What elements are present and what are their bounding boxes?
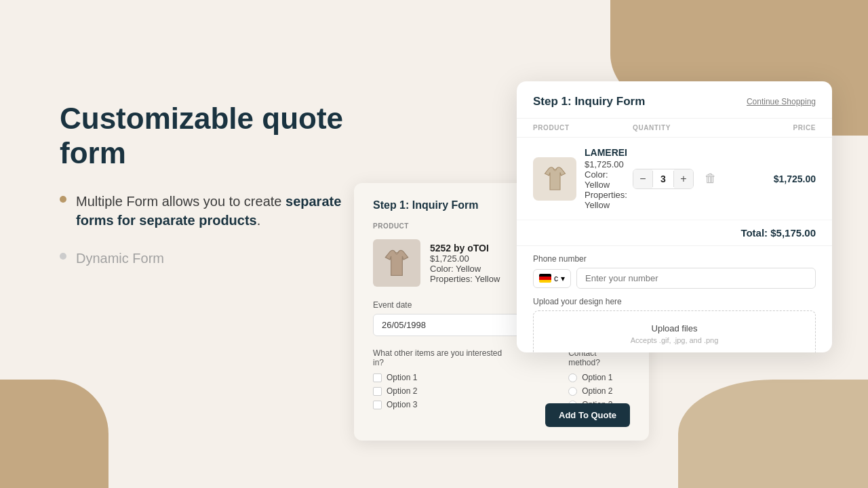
back-card-product-price: $1,725.00 bbox=[430, 253, 500, 264]
back-card-product-info: 5252 by oTOI $1,725.00 Color: Yellow Pro… bbox=[430, 243, 500, 284]
radio-item-2[interactable]: Option 2 bbox=[568, 386, 630, 396]
back-card-product-properties: Properties: Yellow bbox=[430, 274, 500, 284]
total-row: Total: $5,175.00 bbox=[517, 220, 832, 246]
continue-shopping-link[interactable]: Continue Shopping bbox=[747, 97, 816, 106]
qty-decrease-button[interactable]: − bbox=[633, 169, 652, 188]
product-cell: LAMEREI $1,725.00 Color: Yellow Properti… bbox=[533, 147, 633, 210]
checkbox-label-1: Option 1 bbox=[387, 373, 417, 382]
back-card-add-to-quote-button[interactable]: Add To Quote bbox=[545, 403, 630, 427]
bold-text-1: separate forms for separate products bbox=[76, 194, 341, 228]
table-header: PRODUCT QUANTITY PRICE bbox=[517, 119, 832, 138]
bg-blob-bottom-left bbox=[0, 380, 108, 488]
qty-increase-button[interactable]: + bbox=[674, 169, 693, 188]
total-label: Total: $5,175.00 bbox=[741, 227, 816, 239]
feature-list: Multiple Form allows you to create separ… bbox=[60, 192, 358, 268]
back-card-product-color: Color: Yellow bbox=[430, 264, 500, 274]
phone-section: Phone number c ▾ bbox=[517, 246, 832, 294]
front-card: Step 1: Inquiry Form Continue Shopping P… bbox=[517, 81, 832, 352]
delete-product-button[interactable]: 🗑 bbox=[705, 171, 717, 186]
front-card-title: Step 1: Inquiry Form bbox=[533, 95, 645, 108]
checkbox-item-2[interactable]: Option 2 bbox=[373, 386, 514, 396]
quantity-cell: − 3 + 🗑 bbox=[633, 169, 755, 189]
checkbox-1[interactable] bbox=[373, 373, 382, 382]
radio-2[interactable] bbox=[568, 387, 577, 396]
upload-dropzone[interactable]: Upload files Accepts .gif, .jpg, and .pn… bbox=[533, 310, 816, 352]
quantity-control: − 3 + bbox=[633, 169, 694, 189]
feature-text-2: Dynamic Form bbox=[76, 249, 164, 268]
phone-flag-selector[interactable]: c ▾ bbox=[533, 269, 571, 288]
table-row: LAMEREI $1,725.00 Color: Yellow Properti… bbox=[517, 138, 832, 220]
left-content: Customizable quote form Multiple Form al… bbox=[60, 102, 358, 287]
feature-item-2: Dynamic Form bbox=[60, 249, 358, 268]
phone-input-row: c ▾ bbox=[533, 268, 816, 289]
front-card-header: Step 1: Inquiry Form Continue Shopping bbox=[517, 81, 832, 119]
col-price: PRICE bbox=[755, 124, 816, 131]
checkbox-2[interactable] bbox=[373, 387, 382, 396]
product-color: Color: Yellow bbox=[585, 169, 633, 190]
feature-item-1: Multiple Form allows you to create separ… bbox=[60, 192, 358, 230]
checkbox-item-1[interactable]: Option 1 bbox=[373, 373, 514, 382]
radio-label-1: Option 1 bbox=[582, 373, 612, 382]
flag-de-icon bbox=[539, 274, 551, 283]
checkbox-label-2: Option 2 bbox=[387, 386, 417, 396]
qty-value: 3 bbox=[652, 171, 674, 187]
product-thumbnail bbox=[533, 157, 576, 201]
col-product: PRODUCT bbox=[533, 124, 633, 131]
feature-text-1: Multiple Form allows you to create separ… bbox=[76, 192, 358, 230]
back-card-product-image bbox=[373, 239, 420, 287]
page-heading: Customizable quote form bbox=[60, 102, 358, 170]
price-cell: $1,725.00 bbox=[755, 174, 816, 184]
checkbox-group: What other items are you interested in? … bbox=[373, 348, 514, 413]
checkbox-3[interactable] bbox=[373, 401, 382, 409]
checkbox-item-3[interactable]: Option 3 bbox=[373, 400, 514, 409]
phone-label: Phone number bbox=[533, 254, 816, 264]
checkbox-group-title: What other items are you interested in? bbox=[373, 348, 514, 367]
product-name: LAMEREI bbox=[585, 147, 633, 158]
col-quantity: QUANTITY bbox=[633, 124, 755, 131]
bullet-dot-2 bbox=[60, 253, 66, 260]
radio-item-1[interactable]: Option 1 bbox=[568, 373, 630, 382]
chevron-down-icon: ▾ bbox=[561, 274, 565, 283]
phone-number-input[interactable] bbox=[576, 268, 816, 289]
bullet-dot-1 bbox=[60, 196, 66, 203]
radio-label-2: Option 2 bbox=[582, 386, 612, 396]
upload-label: Upload your design here bbox=[533, 297, 816, 306]
product-price: $1,725.00 bbox=[585, 159, 633, 169]
product-properties: Properties: Yellow bbox=[585, 190, 633, 210]
back-card-product-name: 5252 by oTOI bbox=[430, 243, 500, 253]
product-details: LAMEREI $1,725.00 Color: Yellow Properti… bbox=[585, 147, 633, 210]
checkbox-label-3: Option 3 bbox=[387, 400, 417, 409]
event-date-value: 26/05/1998 bbox=[382, 320, 426, 330]
country-code: c bbox=[554, 274, 558, 283]
upload-section: Upload your design here Upload files Acc… bbox=[517, 294, 832, 352]
radio-1[interactable] bbox=[568, 373, 577, 382]
upload-accepts-text: Accepts .gif, .jpg, and .png bbox=[546, 336, 803, 344]
bg-blob-bottom-right bbox=[678, 380, 868, 488]
upload-files-button[interactable]: Upload files bbox=[652, 323, 698, 333]
